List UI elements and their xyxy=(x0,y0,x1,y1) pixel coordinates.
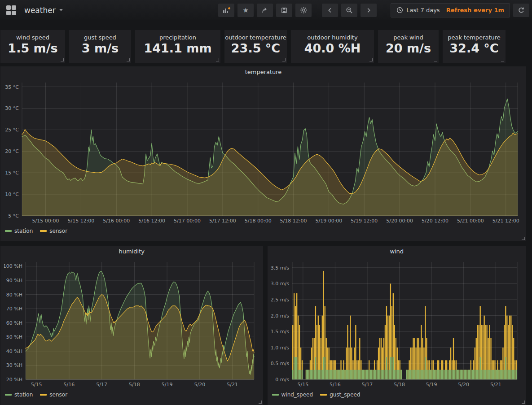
panel-title[interactable]: humidity xyxy=(0,248,263,258)
svg-text:5/17: 5/17 xyxy=(362,382,373,388)
svg-text:1.0 m/s: 1.0 m/s xyxy=(271,345,289,351)
legend-label: wind_speed xyxy=(281,392,313,398)
svg-text:15 °C: 15 °C xyxy=(5,170,19,176)
star-dashboard-button[interactable]: ★ xyxy=(237,4,254,17)
stat-title[interactable]: precipitation xyxy=(135,30,220,41)
svg-text:70 %H: 70 %H xyxy=(6,306,22,312)
top-navbar: weather ★ xyxy=(0,0,532,20)
legend-item-wind-speed[interactable]: wind_speed xyxy=(272,392,313,398)
chevron-right-icon xyxy=(365,7,372,13)
wind-chart-plot[interactable]: 5/155/165/175/185/195/205/213.5 m/s3.0 m… xyxy=(271,258,523,388)
stat-panel-precipitation: precipitation 141.1 mm xyxy=(135,30,220,63)
svg-text:5/20 12:00: 5/20 12:00 xyxy=(422,218,448,224)
chevron-down-icon[interactable] xyxy=(59,9,63,11)
svg-text:5/19 12:00: 5/19 12:00 xyxy=(351,218,378,224)
stat-title[interactable]: outdoor temperature xyxy=(224,30,287,41)
bottom-panels-row: humidity 5/155/165/175/185/195/205/21100… xyxy=(0,246,526,405)
svg-text:5/21 12:00: 5/21 12:00 xyxy=(492,218,519,224)
dashboard-title[interactable]: weather xyxy=(24,6,56,15)
svg-text:5/17 12:00: 5/17 12:00 xyxy=(209,218,236,224)
zoom-out-icon xyxy=(346,7,353,14)
refresh-interval-label[interactable]: Refresh every 1m xyxy=(446,7,504,13)
time-shift-forward-button[interactable] xyxy=(361,4,377,17)
svg-text:30 °C: 30 °C xyxy=(5,105,19,111)
svg-text:3.0 m/s: 3.0 m/s xyxy=(271,281,289,287)
stat-panel-peak-temperature: peak temperature 32.4 °C xyxy=(443,30,506,63)
svg-text:5/20: 5/20 xyxy=(194,382,205,388)
legend-item-gust-speed[interactable]: gust_speed xyxy=(320,392,360,398)
svg-text:3.5 m/s: 3.5 m/s xyxy=(271,265,289,271)
temperature-chart-plot[interactable]: 5/15 00:005/15 12:005/16 00:005/16 12:00… xyxy=(4,79,523,225)
legend-label: station xyxy=(14,392,33,398)
svg-text:100 %H: 100 %H xyxy=(4,263,22,269)
svg-text:5/16 12:00: 5/16 12:00 xyxy=(138,218,165,224)
time-range-label: Last 7 days xyxy=(406,7,440,13)
panel-title[interactable]: wind xyxy=(268,248,527,258)
resize-handle[interactable] xyxy=(369,58,373,61)
resize-handle[interactable] xyxy=(501,58,504,61)
svg-text:5/18 12:00: 5/18 12:00 xyxy=(280,218,307,224)
share-dashboard-button[interactable] xyxy=(257,4,273,17)
resize-handle[interactable] xyxy=(522,401,525,404)
time-range-picker[interactable]: Last 7 days Refresh every 1m xyxy=(391,3,510,17)
svg-text:20 %H: 20 %H xyxy=(6,377,22,383)
stat-panel-gust-speed: gust speed 3 m/s xyxy=(69,30,131,63)
wind-graph-panel: wind 5/155/165/175/185/195/205/213.5 m/s… xyxy=(268,246,527,405)
svg-text:5/15: 5/15 xyxy=(298,382,309,388)
svg-text:0 m/s: 0 m/s xyxy=(276,377,290,383)
svg-text:2.0 m/s: 2.0 m/s xyxy=(271,313,289,319)
resize-handle[interactable] xyxy=(61,58,64,61)
stat-title[interactable]: peak wind xyxy=(378,30,439,41)
svg-text:35 °C: 35 °C xyxy=(5,84,19,90)
legend-swatch xyxy=(320,394,327,396)
legend-item-station[interactable]: station xyxy=(5,392,33,398)
stat-value: 40.0 %H xyxy=(291,41,374,55)
stat-value: 32.4 °C xyxy=(443,41,506,55)
resize-handle[interactable] xyxy=(127,58,130,61)
humidity-legend: station sensor xyxy=(0,388,263,398)
save-dashboard-button[interactable] xyxy=(276,4,292,17)
resize-handle[interactable] xyxy=(434,58,437,61)
humidity-chart-plot[interactable]: 5/155/165/175/185/195/205/21100 %H90 %H8… xyxy=(4,258,259,388)
stat-value: 23.5 °C xyxy=(224,41,287,55)
panel-title[interactable]: temperature xyxy=(0,69,526,79)
zoom-out-button[interactable] xyxy=(341,4,357,17)
dashboard-settings-button[interactable] xyxy=(295,4,312,17)
stat-title[interactable]: outdoor humidity xyxy=(291,30,374,41)
svg-text:5/18 00:00: 5/18 00:00 xyxy=(244,218,271,224)
dashboards-grid-icon[interactable] xyxy=(6,5,16,15)
refresh-dashboard-button[interactable] xyxy=(513,4,529,17)
svg-text:80 %H: 80 %H xyxy=(6,292,22,298)
stat-title[interactable]: peak temperature xyxy=(443,30,506,41)
stat-panel-outdoor-humidity: outdoor humidity 40.0 %H xyxy=(291,30,374,63)
svg-text:1.5 m/s: 1.5 m/s xyxy=(271,329,289,335)
svg-text:40 %H: 40 %H xyxy=(6,348,22,354)
stat-title[interactable]: gust speed xyxy=(69,30,131,41)
legend-swatch xyxy=(5,394,12,396)
legend-swatch xyxy=(272,394,279,396)
add-panel-button[interactable] xyxy=(218,4,234,17)
resize-handle[interactable] xyxy=(216,58,219,61)
svg-text:5/19: 5/19 xyxy=(161,382,172,388)
svg-text:5/16: 5/16 xyxy=(330,382,341,388)
legend-item-station[interactable]: station xyxy=(5,228,33,234)
star-icon: ★ xyxy=(243,6,249,14)
save-icon xyxy=(281,7,288,14)
svg-text:60 %H: 60 %H xyxy=(6,320,22,326)
resize-handle[interactable] xyxy=(282,58,286,61)
time-shift-back-button[interactable] xyxy=(322,4,338,17)
svg-text:5/21: 5/21 xyxy=(227,382,238,388)
legend-item-sensor[interactable]: sensor xyxy=(40,392,67,398)
legend-label: station xyxy=(14,228,33,234)
stat-panel-peak-wind: peak wind 20 m/s xyxy=(378,30,439,63)
legend-swatch xyxy=(40,394,47,396)
legend-swatch xyxy=(40,230,47,232)
resize-handle[interactable] xyxy=(259,401,262,404)
resize-handle[interactable] xyxy=(522,237,525,240)
legend-item-sensor[interactable]: sensor xyxy=(40,228,67,234)
stat-value: 3 m/s xyxy=(69,41,131,55)
stat-title[interactable]: wind speed xyxy=(0,30,65,41)
stat-value: 141.1 mm xyxy=(135,41,220,55)
svg-text:0.5 m/s: 0.5 m/s xyxy=(271,361,289,366)
svg-text:20 °C: 20 °C xyxy=(5,148,19,154)
